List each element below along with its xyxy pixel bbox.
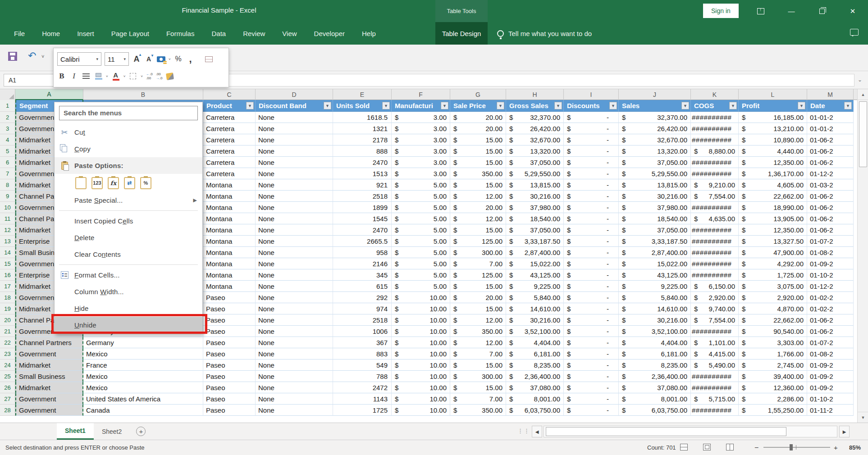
row-number[interactable]: 1 [0, 100, 15, 112]
cell[interactable]: $2,745.00 [739, 359, 807, 371]
cell[interactable]: 1321 [333, 123, 392, 134]
cell[interactable]: 2146 [333, 258, 392, 269]
cell[interactable]: $- [564, 258, 619, 269]
cell[interactable]: $- [564, 371, 619, 382]
filter-dropdown-icon[interactable]: ▼ [729, 102, 737, 109]
ribbon-tab-file[interactable]: File [5, 22, 33, 45]
cell[interactable]: $- [564, 123, 619, 134]
cell[interactable]: $22,662.00 [739, 314, 807, 326]
cell[interactable]: $10.00 [392, 371, 450, 382]
cell[interactable]: $- [564, 337, 619, 348]
cell[interactable]: 2518 [333, 191, 392, 202]
row-number[interactable]: 12 [0, 224, 15, 236]
font-name-combo[interactable]: Calibri▾ [57, 52, 101, 66]
row-number[interactable]: 18 [0, 292, 15, 303]
cell[interactable]: $39,400.00 [739, 371, 807, 382]
cell[interactable]: 01-09-2 [807, 258, 854, 269]
cell[interactable]: $- [564, 281, 619, 292]
cell[interactable]: Paseo [203, 371, 256, 382]
cell[interactable]: 01-09-2 [807, 359, 854, 371]
cell[interactable]: $125.00 [450, 269, 506, 281]
cell[interactable]: $15.00 [450, 224, 506, 236]
zoom-in-button[interactable]: + [834, 444, 838, 451]
column-letter-K[interactable]: K [691, 89, 739, 100]
cell[interactable]: $4,635.00 [691, 213, 739, 224]
page-break-view-icon[interactable] [726, 444, 734, 450]
cell[interactable]: $12.00 [450, 191, 506, 202]
cell[interactable]: $12,360.00 [739, 382, 807, 393]
cell[interactable]: $10.00 [392, 393, 450, 405]
cell[interactable]: $9,225.00 [619, 281, 691, 292]
cell[interactable]: 2472 [333, 382, 392, 393]
cell[interactable]: Montana [203, 281, 256, 292]
cell[interactable]: $2,920.00 [739, 292, 807, 303]
cell[interactable]: Carretera [203, 157, 256, 168]
cell[interactable]: 367 [333, 337, 392, 348]
cell[interactable]: $20.00 [450, 123, 506, 134]
name-box[interactable]: A1 [4, 74, 54, 86]
cell[interactable]: $47,900.00 [739, 247, 807, 258]
cell[interactable]: $43,125.00 [619, 269, 691, 281]
cell[interactable]: Montana [203, 202, 256, 213]
cell[interactable]: ########## [691, 134, 739, 146]
page-layout-view-icon[interactable] [703, 444, 711, 450]
cell[interactable]: $7,554.00 [691, 191, 739, 202]
cell[interactable]: $37,080.00 [619, 382, 691, 393]
cell[interactable]: Small Business [15, 371, 83, 382]
column-letter-B[interactable]: B [83, 89, 203, 100]
column-letter-C[interactable]: C [203, 89, 256, 100]
cell[interactable]: 1725 [333, 405, 392, 416]
cell[interactable]: None [256, 247, 333, 258]
cell[interactable]: $10.00 [392, 348, 450, 359]
paste-formulas-icon[interactable]: fx [108, 177, 119, 189]
cell[interactable]: $90,540.00 [739, 326, 807, 337]
cell[interactable]: $2,920.00 [691, 292, 739, 303]
cell[interactable]: $26,420.00 [619, 123, 691, 134]
cell[interactable]: $- [564, 359, 619, 371]
menu-item-delete[interactable]: Delete [55, 229, 202, 246]
cell[interactable]: Montana [203, 247, 256, 258]
cell[interactable]: $- [564, 292, 619, 303]
cell[interactable]: Paseo [203, 405, 256, 416]
ribbon-tab-formulas[interactable]: Formulas [158, 22, 203, 45]
cell[interactable]: 921 [333, 179, 392, 191]
column-letter-I[interactable]: I [564, 89, 619, 100]
chevron-down-icon[interactable]: ˅ [141, 74, 143, 78]
cell[interactable]: ########## [691, 112, 739, 123]
cell[interactable]: $7.00 [450, 393, 506, 405]
row-number[interactable]: 13 [0, 236, 15, 247]
cell[interactable]: $4,404.00 [619, 337, 691, 348]
cell[interactable]: 01-11-2 [807, 405, 854, 416]
cell[interactable]: $15.00 [450, 281, 506, 292]
cell[interactable]: None [256, 191, 333, 202]
cell[interactable]: $32,670.00 [506, 134, 564, 146]
cell[interactable]: $1,766.00 [739, 348, 807, 359]
cell[interactable]: ########## [691, 269, 739, 281]
cell[interactable]: $3,33,187.50 [619, 236, 691, 247]
decrease-decimal-button[interactable]: .00→.0 [156, 72, 163, 80]
scroll-right-icon[interactable]: ▶ [839, 426, 850, 437]
cell[interactable]: 01-08-2 [807, 247, 854, 258]
cell[interactable]: $3,52,100.00 [506, 326, 564, 337]
cell[interactable]: $10.00 [392, 326, 450, 337]
cell[interactable]: $15.00 [450, 146, 506, 157]
cell[interactable]: $8,001.00 [619, 393, 691, 405]
horizontal-scrollbar[interactable] [544, 426, 837, 437]
row-number[interactable]: 21 [0, 326, 15, 337]
cell[interactable]: $9,210.00 [691, 179, 739, 191]
cell[interactable]: $14,610.00 [619, 303, 691, 314]
cell[interactable]: $20.00 [450, 202, 506, 213]
cell[interactable]: $- [564, 236, 619, 247]
cell[interactable]: $15,022.00 [619, 258, 691, 269]
row-number[interactable]: 14 [0, 247, 15, 258]
cell[interactable]: $4,440.00 [739, 146, 807, 157]
zoom-level[interactable]: 85% [849, 444, 861, 451]
cell[interactable]: None [256, 281, 333, 292]
sheet-tab-sheet2[interactable]: Sheet2 [94, 423, 130, 440]
cell[interactable]: $350.00 [450, 326, 506, 337]
row-number[interactable]: 17 [0, 281, 15, 292]
ribbon-tab-review[interactable]: Review [234, 22, 274, 45]
cell[interactable]: Midmarket [15, 359, 83, 371]
cell[interactable]: 1899 [333, 202, 392, 213]
cell[interactable]: $6,03,750.00 [506, 405, 564, 416]
